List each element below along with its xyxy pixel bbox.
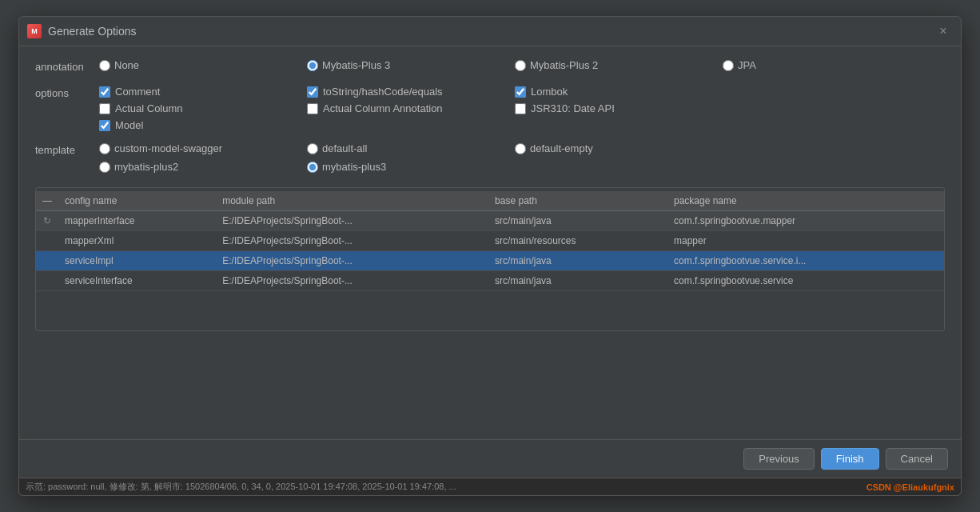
radio-default-empty-label: default-empty: [530, 142, 593, 154]
checkbox-jsr310[interactable]: JSR310: Date API: [515, 102, 723, 114]
checkbox-tostring-input[interactable]: [307, 86, 318, 98]
checkbox-jsr310-input[interactable]: [515, 103, 526, 114]
radio-none-input[interactable]: [99, 60, 110, 71]
radio-mybatis-plus-3[interactable]: Mybatis-Plus 3: [307, 59, 515, 71]
template-row: template custom-model-swagger default-al…: [35, 142, 945, 176]
dialog-body: annotation None Mybatis-Plus 3 Mybatis-P…: [19, 46, 961, 439]
table-cell-base-path-3: src/main/java: [488, 271, 667, 291]
table-cell-module-path-0: E:/IDEAProjects/SpringBoot-...: [216, 211, 488, 231]
checkbox-jsr310-label: JSR310: Date API: [531, 102, 615, 114]
table-row[interactable]: ↻ mapperInterface E:/IDEAProjects/Spring…: [36, 211, 944, 231]
checkbox-tostring[interactable]: toString/hashCode/equals: [307, 86, 515, 98]
radio-jpa-label: JPA: [738, 59, 756, 71]
template-label: template: [35, 142, 99, 156]
table-row[interactable]: serviceInterface E:/IDEAProjects/SpringB…: [36, 271, 944, 291]
table-cell-icon-2: [36, 251, 58, 271]
table-header-config-name: config name: [58, 191, 216, 211]
radio-mybatis-plus3-tpl-label: mybatis-plus3: [322, 161, 386, 173]
radio-mybatis-plus2[interactable]: mybatis-plus2: [99, 161, 307, 173]
template-options: custom-model-swagger default-all default…: [99, 142, 945, 176]
bottom-bar-text: 示范: password: null, 修修改: 第, 解明市: 1502680…: [26, 481, 456, 493]
dialog-titlebar: M Generate Options ×: [19, 17, 961, 46]
annotation-label: annotation: [35, 59, 99, 73]
table-header-base-path: base path: [488, 191, 667, 211]
checkbox-comment-input[interactable]: [99, 86, 110, 98]
radio-default-empty[interactable]: default-empty: [515, 142, 723, 154]
config-table-section: — config name module path base path pack…: [35, 187, 945, 331]
options-checkboxes: Comment toString/hashCode/equals Lombok …: [99, 86, 945, 131]
radio-mybatis-plus3[interactable]: mybatis-plus3: [307, 161, 515, 173]
checkbox-actual-col-ann-input[interactable]: [307, 103, 318, 114]
radio-mybatis-plus-2[interactable]: Mybatis-Plus 2: [515, 59, 723, 71]
close-button[interactable]: ×: [935, 23, 951, 39]
checkbox-actual-col-input[interactable]: [99, 103, 110, 114]
table-cell-config-name-0: mapperInterface: [58, 211, 216, 231]
dialog-title: Generate Options: [48, 25, 137, 38]
checkbox-lombok-label: Lombok: [531, 86, 568, 98]
annotation-options: None Mybatis-Plus 3 Mybatis-Plus 2 JPA: [99, 59, 945, 74]
radio-custom-swagger[interactable]: custom-model-swagger: [99, 142, 307, 154]
table-cell-icon-3: [36, 271, 58, 291]
table-header-package-name: package name: [667, 191, 944, 211]
checkbox-model-label: Model: [115, 119, 143, 131]
checkbox-actual-col-ann-label: Actual Column Annotation: [323, 102, 443, 114]
table-cell-module-path-2: E:/IDEAProjects/SpringBoot-...: [216, 251, 488, 271]
checkbox-model-input[interactable]: [99, 120, 110, 131]
radio-mybatis-plus3-input[interactable]: [307, 60, 318, 71]
generate-options-dialog: M Generate Options × annotation None Myb…: [18, 16, 962, 496]
checkbox-comment[interactable]: Comment: [99, 86, 307, 98]
table-cell-module-path-3: E:/IDEAProjects/SpringBoot-...: [216, 271, 488, 291]
table-cell-module-path-1: E:/IDEAProjects/SpringBoot-...: [216, 231, 488, 251]
radio-mybatis-plus2-input[interactable]: [515, 60, 526, 71]
table-cell-config-name-1: mapperXml: [58, 231, 216, 251]
table-cell-config-name-2: serviceImpl: [58, 251, 216, 271]
radio-mybatis-plus2-tpl-input[interactable]: [99, 162, 110, 173]
annotation-row: annotation None Mybatis-Plus 3 Mybatis-P…: [35, 59, 945, 74]
checkbox-lombok-input[interactable]: [515, 86, 526, 98]
table-cell-config-name-3: serviceInterface: [58, 271, 216, 291]
table-cell-icon-0: ↻: [36, 211, 58, 231]
radio-custom-swagger-label: custom-model-swagger: [114, 142, 222, 154]
dialog-title-left: M Generate Options: [27, 24, 137, 38]
radio-mybatis-plus2-tpl-label: mybatis-plus2: [114, 161, 178, 173]
checkbox-tostring-label: toString/hashCode/equals: [323, 86, 443, 98]
table-cell-package-name-0: com.f.springbootvue.mapper: [667, 211, 944, 231]
checkbox-actual-col[interactable]: Actual Column: [99, 102, 307, 114]
table-row[interactable]: serviceImpl E:/IDEAProjects/SpringBoot-.…: [36, 251, 944, 271]
dialog-footer: Previous Finish Cancel: [19, 439, 961, 478]
table-cell-base-path-1: src/main/resources: [488, 231, 667, 251]
dialog-icon: M: [27, 24, 42, 38]
table-header-row: — config name module path base path pack…: [36, 191, 944, 211]
radio-custom-swagger-input[interactable]: [99, 143, 110, 154]
config-table: — config name module path base path pack…: [36, 191, 944, 291]
table-row[interactable]: mapperXml E:/IDEAProjects/SpringBoot-...…: [36, 231, 944, 251]
radio-default-all[interactable]: default-all: [307, 142, 515, 154]
table-header-module-path: module path: [216, 191, 488, 211]
table-cell-package-name-1: mapper: [667, 231, 944, 251]
previous-button[interactable]: Previous: [743, 448, 815, 470]
radio-jpa[interactable]: JPA: [723, 59, 930, 71]
cancel-button[interactable]: Cancel: [886, 448, 948, 470]
bottom-bar: 示范: password: null, 修修改: 第, 解明市: 1502680…: [19, 478, 961, 495]
checkbox-model[interactable]: Model: [99, 119, 307, 131]
radio-jpa-input[interactable]: [723, 60, 734, 71]
table-cell-icon-1: [36, 231, 58, 251]
checkbox-lombok[interactable]: Lombok: [515, 86, 723, 98]
table-cell-base-path-0: src/main/java: [488, 211, 667, 231]
radio-default-empty-input[interactable]: [515, 143, 526, 154]
radio-default-all-input[interactable]: [307, 143, 318, 154]
checkbox-actual-col-ann[interactable]: Actual Column Annotation: [307, 102, 515, 114]
radio-mybatis-plus3-tpl-input[interactable]: [307, 162, 318, 173]
radio-none[interactable]: None: [99, 59, 307, 71]
checkbox-comment-label: Comment: [115, 86, 160, 98]
csdn-badge: CSDN @Eliaukufgnix: [866, 482, 954, 492]
table-cell-package-name-3: com.f.springbootvue.service: [667, 271, 944, 291]
table-cell-base-path-2: src/main/java: [488, 251, 667, 271]
table-header-icon: —: [36, 191, 58, 211]
finish-button[interactable]: Finish: [821, 448, 879, 470]
options-row: options Comment toString/hashCode/equals…: [35, 86, 945, 131]
checkbox-actual-col-label: Actual Column: [115, 102, 183, 114]
radio-none-label: None: [114, 59, 139, 71]
table-cell-package-name-2: com.f.springbootvue.service.i...: [667, 251, 944, 271]
radio-mybatis-plus2-label: Mybatis-Plus 2: [530, 59, 598, 71]
